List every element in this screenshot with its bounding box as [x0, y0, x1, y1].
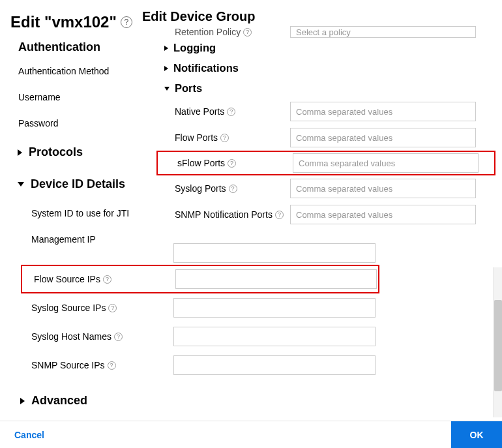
highlight-flow-source-ips: Flow Source IPs? [21, 265, 379, 293]
label-syslog-source-ips: Syslog Source IPs [31, 303, 106, 313]
snmp-source-ips-input[interactable] [173, 355, 376, 375]
scrollbar-thumb[interactable] [494, 300, 502, 391]
flow-source-ips-input[interactable] [175, 269, 377, 289]
scrollbar[interactable] [493, 267, 502, 417]
label-snmp-notif-ports: SNMP Notification Ports [175, 209, 273, 220]
sidebar-label-protocols: Protocols [29, 145, 83, 159]
snmp-notification-ports-input[interactable] [290, 205, 476, 224]
chevron-down-icon [18, 182, 24, 187]
label-retention-policy: Retention Policy [175, 27, 241, 37]
flow-ports-input[interactable] [290, 128, 476, 147]
help-icon[interactable]: ? [108, 304, 117, 312]
device-id-fields: x Flow Source IPs? Syslog Source IPs? Sy… [21, 241, 379, 417]
label-native-ports: Native Ports [175, 106, 224, 117]
label-snmp-source-ips: SNMP Source IPs [31, 360, 105, 370]
sflow-ports-input[interactable] [293, 153, 479, 173]
chevron-right-icon [164, 66, 168, 71]
help-icon[interactable]: ? [227, 108, 235, 116]
management-ip-input[interactable] [173, 243, 376, 263]
section-label-notifications: Notifications [173, 62, 239, 74]
syslog-host-names-input[interactable] [173, 327, 376, 346]
help-icon[interactable]: ? [114, 333, 123, 341]
help-icon[interactable]: ? [108, 361, 116, 370]
page-title-right: Edit Device Group [142, 9, 255, 24]
sidebar-item-password[interactable]: Password [18, 110, 149, 136]
sidebar-item-username[interactable]: Username [18, 84, 149, 110]
label-syslog-host-names: Syslog Host Names [31, 331, 111, 342]
label-sflow-ports: sFlow Ports [177, 158, 225, 168]
cancel-button[interactable]: Cancel [14, 430, 44, 440]
native-ports-input[interactable] [290, 102, 476, 121]
highlight-sflow-ports: sFlow Ports? [156, 151, 495, 175]
help-icon[interactable]: ? [103, 275, 111, 284]
section-label-ports: Ports [175, 82, 202, 95]
page-title-left: Edit "vmx102" [10, 13, 117, 31]
sidebar-label-device-id: Device ID Details [31, 177, 125, 191]
section-notifications[interactable]: Notifications [156, 58, 495, 78]
help-icon[interactable]: ? [229, 185, 237, 193]
sidebar-header-protocols[interactable]: Protocols [18, 136, 149, 168]
footer: Cancel OK [0, 421, 502, 448]
help-icon[interactable]: ? [121, 16, 132, 28]
sidebar-header-advanced[interactable]: Advanced [20, 385, 379, 417]
section-label-logging: Logging [173, 42, 216, 54]
chevron-right-icon [20, 398, 25, 404]
section-logging[interactable]: Logging [156, 38, 495, 58]
help-icon[interactable]: ? [228, 159, 236, 168]
help-icon[interactable]: ? [243, 28, 252, 37]
sidebar-item-auth-method[interactable]: Authentication Method [18, 58, 149, 84]
help-icon[interactable]: ? [220, 134, 229, 142]
ok-button[interactable]: OK [451, 421, 502, 449]
sidebar-item-system-id-jti[interactable]: System ID to use for JTI [18, 200, 149, 226]
sidebar-header-device-id[interactable]: Device ID Details [18, 168, 149, 200]
help-icon[interactable]: ? [275, 211, 284, 219]
retention-policy-select[interactable] [290, 26, 476, 38]
label-flow-source-ips: Flow Source IPs [34, 274, 100, 284]
sidebar-label-advanced: Advanced [31, 394, 87, 408]
label-syslog-ports: Syslog Ports [175, 183, 226, 194]
right-pane: Retention Policy? Logging Notifications … [156, 26, 495, 228]
chevron-down-icon [164, 87, 170, 91]
sidebar-header-authentication: Authentication [18, 37, 149, 58]
syslog-ports-input[interactable] [290, 179, 476, 198]
syslog-source-ips-input[interactable] [173, 298, 376, 318]
chevron-right-icon [18, 149, 22, 156]
chevron-right-icon [164, 46, 168, 51]
sidebar: Authentication Authentication Method Use… [18, 37, 149, 252]
label-flow-ports: Flow Ports [175, 132, 218, 143]
section-ports[interactable]: Ports [156, 78, 495, 98]
